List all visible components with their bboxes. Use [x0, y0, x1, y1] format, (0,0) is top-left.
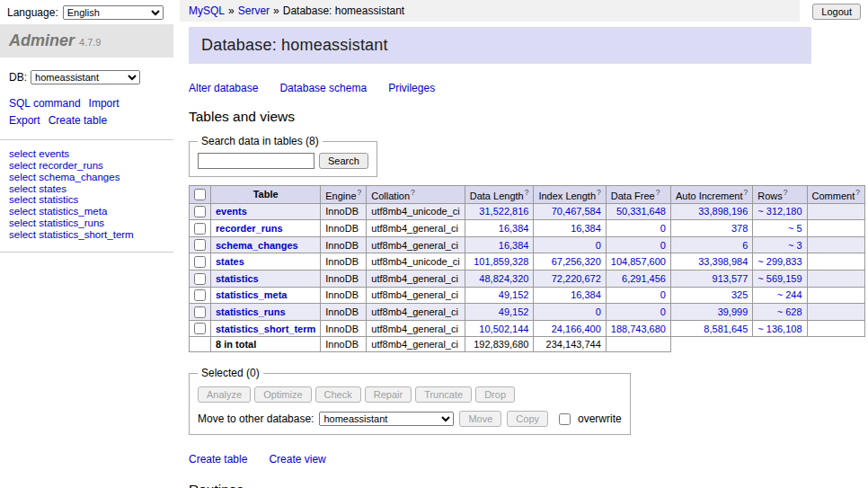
- index-length-link[interactable]: 24,166,400: [552, 324, 601, 334]
- sidebar-select-link[interactable]: select statistics_meta: [9, 206, 164, 217]
- row-checkbox[interactable]: [194, 323, 206, 334]
- auto-increment-link[interactable]: 378: [731, 223, 748, 234]
- index-length-link[interactable]: 72,220,672: [552, 273, 601, 284]
- move-button[interactable]: Move: [459, 411, 501, 427]
- language-select[interactable]: English: [63, 5, 164, 20]
- sidebar-select-link[interactable]: select recorder_runs: [9, 160, 164, 172]
- move-database-select[interactable]: homeassistant: [319, 412, 454, 426]
- data-length-link[interactable]: 48,824,320: [479, 273, 528, 284]
- rows-count-link[interactable]: ~ 3: [788, 240, 802, 251]
- column-help-link[interactable]: ?: [656, 188, 660, 197]
- optimize-button[interactable]: Optimize: [254, 386, 311, 403]
- repair-button[interactable]: Repair: [365, 386, 412, 403]
- alter-database-link[interactable]: Alter database: [189, 82, 258, 94]
- column-help-link[interactable]: ?: [358, 188, 362, 197]
- data-free-link[interactable]: 0: [660, 223, 666, 234]
- rows-count-link[interactable]: ~ 569,159: [757, 273, 802, 284]
- create-view-link[interactable]: Create view: [269, 453, 325, 466]
- data-free-link[interactable]: 188,743,680: [611, 324, 666, 334]
- sql-command-link[interactable]: SQL command: [9, 95, 81, 112]
- table-name-link[interactable]: events: [216, 206, 247, 217]
- table-name-link[interactable]: statistics_short_term: [216, 324, 315, 334]
- search-button[interactable]: Search: [319, 153, 368, 169]
- rows-count-link[interactable]: ~ 299,833: [757, 256, 802, 267]
- row-checkbox[interactable]: [194, 223, 206, 235]
- auto-increment-link[interactable]: 39,999: [718, 306, 748, 317]
- data-length-link[interactable]: 31,522,816: [479, 206, 528, 217]
- auto-increment-link[interactable]: 6: [742, 240, 748, 251]
- sidebar-select-link[interactable]: select schema_changes: [9, 172, 164, 183]
- privileges-link[interactable]: Privileges: [388, 82, 435, 94]
- rows-count-link[interactable]: ~ 628: [777, 306, 802, 317]
- sidebar-select-link[interactable]: select events: [9, 148, 164, 160]
- column-help-link[interactable]: ?: [855, 188, 860, 197]
- breadcrumb-mysql-link[interactable]: MySQL: [189, 4, 225, 17]
- row-checkbox[interactable]: [194, 206, 206, 217]
- auto-increment-link[interactable]: 913,577: [713, 273, 748, 284]
- data-free-link[interactable]: 50,331,648: [616, 206, 666, 217]
- data-length-link[interactable]: 49,152: [499, 306, 529, 317]
- rows-count-link[interactable]: ~ 244: [777, 289, 802, 300]
- copy-button[interactable]: Copy: [507, 411, 548, 427]
- auto-increment-link[interactable]: 33,398,984: [698, 256, 748, 267]
- create-table-link-bottom[interactable]: Create table: [189, 453, 247, 466]
- index-length-link[interactable]: 16,384: [571, 223, 601, 234]
- index-length-link[interactable]: 70,467,584: [552, 206, 601, 217]
- rows-count-link[interactable]: ~ 5: [788, 223, 802, 234]
- sidebar-select-link[interactable]: select states: [9, 183, 164, 195]
- data-length-link[interactable]: 10,502,144: [479, 324, 528, 334]
- drop-button[interactable]: Drop: [475, 386, 515, 403]
- table-name-link[interactable]: statistics_meta: [216, 289, 288, 300]
- column-help-link[interactable]: ?: [744, 188, 748, 197]
- export-link[interactable]: Export: [9, 112, 40, 129]
- overwrite-checkbox[interactable]: [559, 413, 571, 425]
- table-name-link[interactable]: statistics_runs: [216, 306, 286, 317]
- logout-button[interactable]: Logout: [812, 4, 861, 20]
- column-help-link[interactable]: ?: [784, 188, 788, 197]
- select-all-checkbox[interactable]: [194, 189, 206, 200]
- check-button[interactable]: Check: [315, 386, 361, 403]
- database-schema-link[interactable]: Database schema: [279, 82, 367, 94]
- auto-increment-link[interactable]: 8,581,645: [704, 324, 748, 334]
- truncate-button[interactable]: Truncate: [415, 386, 472, 403]
- sidebar-select-link[interactable]: select statistics_runs: [9, 217, 164, 229]
- table-name-link[interactable]: states: [216, 256, 244, 267]
- data-free-link[interactable]: 0: [660, 240, 666, 251]
- breadcrumb-server-link[interactable]: Server: [238, 4, 270, 17]
- index-length-link[interactable]: 0: [596, 306, 601, 317]
- rows-count-link[interactable]: ~ 312,180: [757, 206, 802, 217]
- data-free-link[interactable]: 104,857,600: [611, 256, 666, 267]
- import-link[interactable]: Import: [89, 95, 120, 112]
- data-free-link[interactable]: 0: [660, 306, 666, 317]
- index-length-link[interactable]: 0: [596, 240, 601, 251]
- sidebar-select-link[interactable]: select statistics: [9, 194, 164, 206]
- rows-count-link[interactable]: ~ 136,108: [757, 324, 802, 334]
- auto-increment-link[interactable]: 33,898,196: [698, 206, 748, 217]
- db-select[interactable]: homeassistant: [31, 70, 140, 84]
- data-length-link[interactable]: 16,384: [499, 240, 529, 251]
- data-length-link[interactable]: 101,859,328: [474, 256, 528, 267]
- table-name-link[interactable]: schema_changes: [216, 240, 298, 251]
- row-checkbox[interactable]: [194, 273, 206, 285]
- adminer-logo-link[interactable]: Adminer: [9, 31, 75, 49]
- row-checkbox[interactable]: [194, 239, 206, 251]
- data-free-link[interactable]: 0: [660, 289, 666, 300]
- row-checkbox[interactable]: [194, 256, 206, 268]
- sidebar-select-link[interactable]: select statistics_short_term: [9, 229, 164, 241]
- column-help-link[interactable]: ?: [411, 188, 415, 197]
- column-help-link[interactable]: ?: [597, 188, 601, 197]
- data-length-link[interactable]: 49,152: [499, 289, 529, 300]
- auto-increment-link[interactable]: 325: [731, 289, 748, 300]
- create-table-link[interactable]: Create table: [49, 112, 107, 129]
- analyze-button[interactable]: Analyze: [198, 386, 251, 403]
- column-help-link[interactable]: ?: [525, 188, 529, 197]
- search-input[interactable]: [198, 153, 314, 169]
- table-name-link[interactable]: recorder_runs: [216, 223, 283, 234]
- index-length-link[interactable]: 16,384: [571, 289, 601, 300]
- row-checkbox[interactable]: [194, 289, 206, 301]
- data-free-link[interactable]: 6,291,456: [622, 273, 666, 284]
- data-length-link[interactable]: 16,384: [499, 223, 529, 234]
- table-name-link[interactable]: statistics: [216, 273, 259, 284]
- row-checkbox[interactable]: [194, 306, 206, 318]
- index-length-link[interactable]: 67,256,320: [552, 256, 601, 267]
